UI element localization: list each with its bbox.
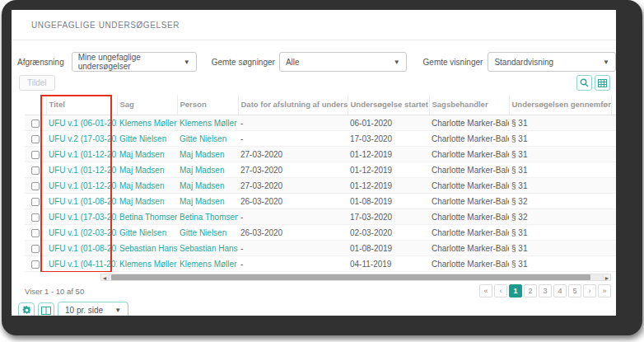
table-row: UFU v.1 (01-08-2019)Maj MadsenMaj Madsen… — [25, 194, 616, 209]
checkbox-cell — [25, 209, 46, 225]
cell-startet: 17-03-2020 — [348, 209, 429, 225]
cell-sag[interactable]: Maj Madsen — [117, 194, 177, 209]
row-checkbox[interactable] — [31, 213, 40, 222]
row-checkbox[interactable] — [31, 135, 40, 143]
column-header-gennemfoert[interactable]: Undersøgelsen gennemført efter — [509, 95, 611, 115]
cell-sag[interactable]: Gitte Nielsen — [117, 131, 177, 147]
header-checkbox-cell — [25, 95, 46, 115]
column-header-titel[interactable]: Titel — [46, 95, 117, 115]
cell-titel[interactable]: UFU v.1 (01-12-2019) — [46, 178, 117, 194]
results-table-wrap: TitelSagPersonDato for afslutning af und… — [25, 95, 616, 272]
cell-sagsbehandler: Charlotte Marker-Balenda — [429, 194, 509, 209]
tildel-button[interactable]: Tildel — [19, 75, 55, 91]
cell-person[interactable]: Klemens Møller — [177, 256, 238, 272]
cell-titel[interactable]: UFU v.1 (01-08-2019) — [46, 241, 117, 256]
cell-sag[interactable]: Klemens Møller — [117, 256, 177, 272]
cell-titel[interactable]: UFU v.1 (06-01-2020) — [46, 115, 117, 131]
table-tools — [576, 75, 610, 91]
cell-sag[interactable]: Sebastian Hansen — [117, 241, 177, 256]
cell-titel[interactable]: UFU v.2 (17-03-2020) — [46, 131, 117, 147]
cell-startet: 01-12-2019 — [348, 178, 429, 194]
search-button[interactable] — [576, 75, 592, 91]
scroll-right-icon[interactable]: ► — [603, 274, 611, 281]
page-button-1[interactable]: 1 — [509, 284, 522, 297]
horizontal-scrollbar[interactable]: ◄ ► — [100, 273, 611, 281]
cell-gennemfoert: § 31 — [509, 147, 611, 162]
columns-button[interactable] — [38, 302, 54, 316]
cell-titel[interactable]: UFU v.1 (02-03-2020) — [46, 225, 117, 241]
row-checkbox[interactable] — [31, 229, 40, 237]
checkbox-cell — [25, 131, 46, 147]
page-button-4[interactable]: 4 — [553, 284, 567, 297]
cell-person[interactable]: Maj Madsen — [177, 147, 238, 162]
checkbox-cell — [25, 147, 46, 162]
gemte-soegninger-value: Alle — [286, 58, 300, 67]
screenshot-stage: UNGEFAGLIGE UNDERSØGELSER Afgrænsning Mi… — [0, 0, 644, 342]
row-checkbox[interactable] — [31, 260, 40, 269]
page-button-5[interactable]: 5 — [568, 284, 581, 297]
row-checkbox[interactable] — [31, 166, 40, 175]
page-button-›[interactable]: › — [583, 284, 596, 297]
row-checkbox[interactable] — [31, 119, 40, 128]
settings-button[interactable] — [18, 302, 35, 316]
row-checkbox[interactable] — [31, 182, 40, 190]
cell-sag[interactable]: Gitte Nielsen — [117, 225, 177, 241]
scroll-left-icon[interactable]: ◄ — [100, 274, 109, 281]
page-button-«[interactable]: « — [479, 284, 492, 297]
page-size-select[interactable]: 10 pr. side ▼ — [58, 302, 128, 316]
gemte-visninger-select[interactable]: Standardvisning ▼ — [488, 52, 616, 72]
page-button-2[interactable]: 2 — [524, 284, 537, 297]
column-header-sagsbehandler[interactable]: Sagsbehandler — [429, 95, 509, 115]
cell-afslutning: 26-03-2020 — [238, 225, 348, 241]
cell-startet: 04-11-2019 — [348, 256, 429, 272]
column-header-person[interactable]: Person — [177, 95, 238, 115]
row-checkbox[interactable] — [31, 151, 40, 159]
page-button-»[interactable]: » — [598, 284, 611, 297]
cell-sagsbehandler: Charlotte Marker-Balenda — [429, 225, 509, 241]
cell-sag[interactable]: Betina Thomsen — [117, 209, 177, 225]
row-checkbox[interactable] — [31, 198, 40, 206]
cell-person[interactable]: Klemens Møller — [177, 115, 238, 131]
cell-titel[interactable]: UFU v.1 (17-03-2020) — [46, 209, 117, 225]
cell-gennemfoert: § 31 — [509, 131, 611, 147]
cell-person[interactable]: Sebastian Hansen — [177, 241, 238, 256]
chevron-down-icon: ▼ — [603, 59, 609, 66]
checkbox-cell — [25, 256, 46, 272]
cell-sag[interactable]: Maj Madsen — [117, 147, 177, 162]
cell-startet: 06-01-2020 — [348, 115, 429, 131]
page-button-‹[interactable]: ‹ — [494, 284, 507, 297]
afgraensning-select[interactable]: Mine ungefaglige undersøgelser ▼ — [72, 52, 197, 72]
cell-titel[interactable]: UFU v.1 (01-08-2019) — [46, 194, 117, 209]
cell-person[interactable]: Maj Madsen — [177, 194, 238, 209]
cell-person[interactable]: Gitte Nielsen — [177, 131, 238, 147]
cell-person[interactable]: Gitte Nielsen — [177, 225, 238, 241]
grid-view-button[interactable] — [595, 75, 610, 91]
column-header-sag[interactable]: Sag — [117, 95, 177, 115]
cell-sag[interactable]: Maj Madsen — [117, 178, 177, 194]
scrollbar-thumb[interactable] — [111, 274, 590, 280]
cell-person[interactable]: Betina Thomsen — [177, 209, 238, 225]
gemte-soegninger-select[interactable]: Alle ▼ — [279, 52, 407, 72]
column-header-afslutning[interactable]: Dato for afslutning af undersøgelsen — [238, 95, 348, 115]
checkbox-cell — [25, 178, 46, 194]
cell-titel[interactable]: UFU v.1 (01-12-2019) — [46, 147, 117, 162]
row-checkbox[interactable] — [31, 245, 40, 253]
cell-titel[interactable]: UFU v.1 (01-12-2019) — [46, 162, 117, 178]
cell-truncated — [611, 115, 616, 131]
cell-sag[interactable]: Klemens Møller — [117, 115, 177, 131]
table-header-row: TitelSagPersonDato for afslutning af und… — [25, 95, 616, 115]
cell-sag[interactable]: Maj Madsen — [117, 162, 177, 178]
cell-gennemfoert: § 31 — [509, 225, 611, 241]
results-table: TitelSagPersonDato for afslutning af und… — [25, 95, 616, 272]
cell-titel[interactable]: UFU v.1 (04-11-2019) — [46, 256, 117, 272]
cell-person[interactable]: Maj Madsen — [177, 162, 238, 178]
column-header-startet[interactable]: Undersøgelse startet dato — [348, 95, 429, 115]
scrollbar-track[interactable] — [109, 274, 603, 281]
cell-truncated — [611, 225, 616, 241]
gemte-visninger-value: Standardvisning — [494, 58, 553, 67]
gear-icon — [22, 306, 31, 315]
page-button-3[interactable]: 3 — [539, 284, 552, 297]
afgraensning-value: Mine ungefaglige undersøgelser — [78, 53, 179, 71]
cell-startet: 01-08-2019 — [348, 241, 429, 256]
cell-person[interactable]: Maj Madsen — [177, 178, 238, 194]
